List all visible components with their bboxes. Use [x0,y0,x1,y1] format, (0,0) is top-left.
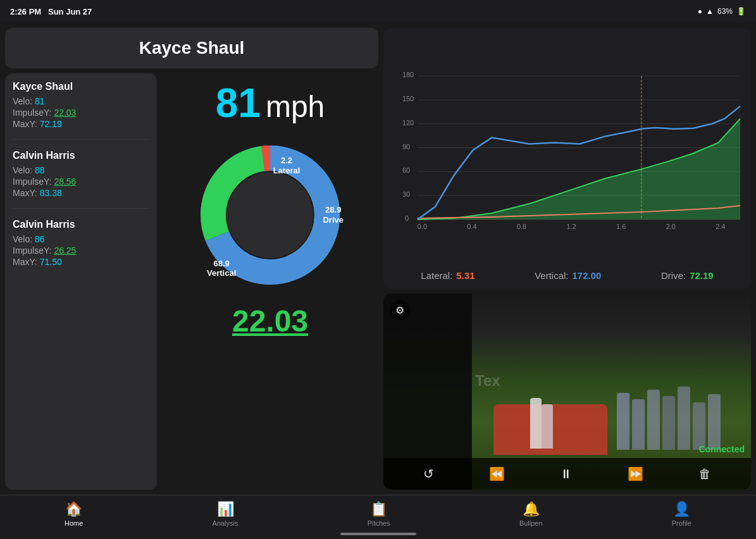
donut-drive-label: 28.9 Drive [323,205,344,225]
right-panel: 180 150 120 90 60 30 0 0.0 [383,28,751,490]
donut-lateral-label: 2.2 Lateral [266,156,307,175]
tab-profile[interactable]: 👤 Profile [659,499,704,530]
left-panel: Kayce Shaul Kayce Shaul Velo: 81 Impulse… [5,28,378,490]
list-item[interactable]: Kayce Shaul Velo: 81 ImpulseY: 22.03 Max… [13,81,149,129]
battery-level: 63% [717,7,733,16]
svg-marker-29 [418,119,740,220]
drive-value: 72.19 [690,270,714,281]
player-2-velo: Velo: 88 [13,165,149,175]
svg-point-6 [227,172,313,258]
tab-home[interactable]: 🏠 Home [52,499,96,530]
tab-bullpen[interactable]: 🔔 Bullpen [507,499,555,530]
status-bar: 2:26 PM Sun Jun 27 ● ▲ 63% 🔋 [0,0,756,23]
impulse-value: 22.03 [232,304,308,338]
rewind-button[interactable]: ⏪ [481,464,512,484]
svg-text:0.0: 0.0 [418,223,427,230]
vertical-label: Vertical: [535,270,568,281]
svg-text:30: 30 [402,190,410,198]
player-divider [13,139,149,140]
wifi-icon: ● [698,7,702,16]
lateral-label: Lateral: [421,270,452,281]
tab-analysis-label: Analysis [213,519,239,527]
svg-text:0: 0 [405,214,409,222]
tab-bullpen-label: Bullpen [519,519,543,527]
delete-button[interactable]: 🗑 [691,464,719,484]
status-time-date: 2:26 PM Sun Jun 27 [10,7,92,16]
svg-text:0.4: 0.4 [467,223,476,230]
donut-vertical-label: 68.9 Vertical [207,259,236,278]
gear-icon: ⚙ [395,304,404,316]
player-name: Kayce Shaul [15,38,368,58]
player-divider [13,208,149,209]
battery-icon: 🔋 [736,7,746,16]
pitches-icon: 📋 [370,501,387,517]
velocity-donut-area: 81 mph [162,73,378,490]
svg-text:150: 150 [402,95,414,102]
bullpen-icon: 🔔 [523,501,540,517]
player-1-impulse: ImpulseY: 22.03 [13,108,149,118]
velocity-display: 81 mph [216,80,325,127]
player-2-impulse: ImpulseY: 28.56 [13,177,149,187]
video-panel: Tex ⚙ Connected [383,294,751,490]
profile-icon: 👤 [673,501,690,517]
signal-icon: ▲ [706,7,714,16]
lateral-value: 5.31 [456,270,474,281]
analysis-icon: 📊 [217,501,234,517]
svg-text:60: 60 [402,166,410,174]
velocity-value: 81 [216,80,261,127]
svg-text:2.4: 2.4 [716,223,725,230]
main-content: Kayce Shaul Kayce Shaul Velo: 81 Impulse… [0,23,756,495]
velocity-unit: mph [266,89,325,124]
svg-text:120: 120 [402,119,414,127]
svg-text:1.2: 1.2 [567,223,576,230]
pause-button[interactable]: ⏸ [552,464,580,484]
player-3-velo: Velo: 86 [13,234,149,244]
home-indicator [340,533,416,535]
svg-text:180: 180 [402,71,414,78]
home-icon: 🏠 [65,501,82,517]
svg-text:90: 90 [402,143,410,151]
chart-panel: 180 150 120 90 60 30 0 0.0 [383,28,751,288]
vertical-stat: Vertical: 172.00 [535,270,601,281]
status-indicators: ● ▲ 63% 🔋 [698,7,746,16]
player-1-name: Kayce Shaul [13,81,149,92]
reset-button[interactable]: ↺ [416,464,442,484]
video-controls: ↺ ⏪ ⏸ ⏩ 🗑 [383,458,751,490]
player-1-maxy: MaxY: 72.19 [13,119,149,129]
player-header: Kayce Shaul [5,28,378,68]
tab-analysis[interactable]: 📊 Analysis [200,499,251,530]
player-2-name: Calvin Harris [13,150,149,161]
player-3-impulse: ImpulseY: 26.25 [13,245,149,256]
list-item[interactable]: Calvin Harris Velo: 88 ImpulseY: 28.56 M… [13,150,149,198]
tab-bar: 🏠 Home 📊 Analysis 📋 Pitches 🔔 Bullpen 👤 … [0,495,756,539]
player-1-velo: Velo: 81 [13,96,149,106]
list-item[interactable]: Calvin Harris Velo: 86 ImpulseY: 26.25 M… [13,219,149,267]
chart-stats: Lateral: 5.31 Vertical: 172.00 Drive: 72… [391,265,743,281]
gear-button[interactable]: ⚙ [390,300,410,320]
svg-text:0.8: 0.8 [517,223,526,230]
player-3-maxy: MaxY: 71.50 [13,257,149,267]
tab-home-label: Home [65,519,83,527]
svg-text:1.6: 1.6 [616,223,626,230]
left-bottom: Kayce Shaul Velo: 81 ImpulseY: 22.03 Max… [5,73,378,490]
tab-pitches[interactable]: 📋 Pitches [355,499,403,530]
lateral-stat: Lateral: 5.31 [421,270,474,281]
tab-pitches-label: Pitches [368,519,390,527]
fast-forward-button[interactable]: ⏩ [620,464,651,484]
connected-badge: Connected [699,444,745,454]
donut-chart: 68.9 Vertical 28.9 Drive 2.2 Lateral [194,139,346,291]
vertical-value: 172.00 [573,270,602,281]
drive-label: Drive: [661,270,686,281]
tab-profile-label: Profile [672,519,691,527]
svg-text:2.0: 2.0 [666,223,676,230]
chart-canvas: 180 150 120 90 60 30 0 0.0 [391,35,743,265]
player-2-maxy: MaxY: 83.38 [13,188,149,198]
player-3-name: Calvin Harris [13,219,149,230]
drive-stat: Drive: 72.19 [661,270,714,281]
player-list: Kayce Shaul Velo: 81 ImpulseY: 22.03 Max… [5,73,157,490]
